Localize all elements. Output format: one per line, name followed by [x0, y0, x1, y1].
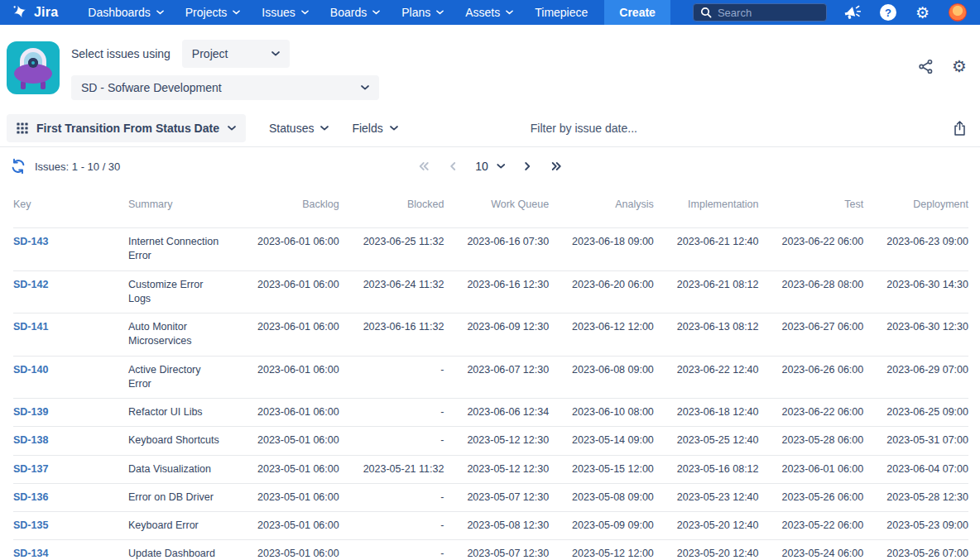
view-selector-label: First Transition From Status Date	[36, 122, 219, 135]
date-cell-test: 2023-06-22 06:00	[759, 399, 864, 427]
summary-cell: Update Dashboard Data	[128, 540, 234, 560]
summary-cell: Keyboard Error	[128, 512, 234, 540]
date-cell-work-queue: 2023-06-09 12:30	[444, 314, 549, 357]
date-cell-work-queue: 2023-05-07 12:30	[444, 540, 549, 560]
issue-key-link[interactable]: SD-138	[13, 434, 48, 446]
column-header-analysis: Analysis	[549, 185, 654, 228]
help-button[interactable]: ?	[880, 4, 896, 21]
date-cell-backlog: 2023-06-01 06:00	[234, 270, 339, 314]
date-cell-deployment: 2023-06-04 07:00	[863, 455, 968, 483]
issue-source-mode-select[interactable]: Project	[182, 40, 290, 68]
issue-key-link[interactable]: SD-136	[13, 491, 48, 503]
table-row: SD-142Customize Error Logs2023-06-01 06:…	[13, 270, 968, 314]
search-input[interactable]	[718, 7, 819, 19]
key-cell: SD-140	[13, 356, 128, 399]
date-cell-test: 2023-06-22 06:00	[759, 228, 864, 271]
chevron-down-icon	[228, 126, 236, 131]
date-cell-blocked: -	[339, 356, 444, 399]
date-cell-implementation: 2023-06-21 12:40	[654, 228, 759, 271]
chevron-down-icon	[271, 51, 280, 56]
date-cell-backlog: 2023-05-01 06:00	[234, 540, 339, 560]
profile-button[interactable]	[949, 3, 967, 22]
column-header-summary: Summary	[128, 185, 234, 228]
date-cell-blocked: -	[339, 483, 444, 511]
summary-cell: Data Visualization	[128, 455, 234, 483]
chevron-down-icon	[156, 10, 164, 15]
first-page-button[interactable]	[417, 160, 430, 172]
date-cell-test: 2023-06-27 06:00	[759, 314, 864, 357]
date-cell-implementation: 2023-05-25 12:40	[654, 427, 759, 455]
refresh-button[interactable]	[10, 158, 26, 175]
issue-key-link[interactable]: SD-142	[13, 279, 48, 290]
date-cell-deployment: 2023-06-29 07:00	[863, 356, 968, 399]
nav-item-boards[interactable]: Boards	[330, 6, 380, 19]
date-cell-blocked: -	[339, 427, 444, 455]
table-row: SD-135Keyboard Error2023-05-01 06:00-202…	[13, 512, 968, 540]
settings-button[interactable]: ⚙	[915, 5, 930, 21]
date-cell-analysis: 2023-05-12 12:00	[549, 540, 654, 560]
report-settings-button[interactable]: ⚙	[952, 58, 967, 74]
last-page-button[interactable]	[550, 160, 563, 172]
table-row: SD-139Refactor UI Libs2023-06-01 06:00-2…	[13, 399, 968, 427]
key-cell: SD-134	[13, 540, 128, 560]
chevron-down-icon	[390, 126, 398, 131]
nav-item-assets[interactable]: Assets	[465, 6, 513, 19]
create-button[interactable]: Create	[604, 0, 670, 25]
nav-item-timepiece[interactable]: Timepiece	[535, 6, 588, 19]
table-row: SD-140Active Directory Error2023-06-01 0…	[13, 356, 968, 399]
fields-filter-button[interactable]: Fields	[352, 122, 397, 135]
view-selector[interactable]: First Transition From Status Date	[7, 114, 246, 142]
issue-key-link[interactable]: SD-134	[13, 548, 48, 559]
announcements-button[interactable]	[843, 4, 861, 21]
timepiece-app-icon	[7, 41, 60, 94]
nav-search[interactable]	[693, 3, 827, 22]
nav-item-dashboards[interactable]: Dashboards	[88, 6, 164, 19]
chevron-down-icon	[497, 164, 505, 169]
date-cell-implementation: 2023-06-21 08:12	[654, 270, 759, 314]
date-cell-work-queue: 2023-06-16 07:30	[444, 228, 549, 271]
date-cell-backlog: 2023-05-01 06:00	[234, 427, 339, 455]
issue-key-link[interactable]: SD-137	[13, 463, 48, 475]
nav-item-label: Plans	[401, 6, 430, 19]
date-cell-test: 2023-05-26 06:00	[759, 483, 864, 511]
column-header-blocked: Blocked	[339, 185, 444, 228]
date-cell-implementation: 2023-05-23 12:40	[654, 483, 759, 511]
key-cell: SD-141	[13, 314, 128, 357]
issue-source-controls: Select issues using Project SD - Sofware…	[71, 38, 379, 100]
nav-item-issues[interactable]: Issues	[262, 6, 308, 19]
jira-logo[interactable]: Jira	[12, 4, 58, 21]
issue-key-link[interactable]: SD-139	[13, 406, 48, 418]
nav-item-label: Issues	[262, 6, 295, 19]
page-size-select[interactable]: 10	[475, 160, 505, 173]
summary-cell: Auto Monitor Microservices	[128, 314, 234, 357]
megaphone-icon	[843, 4, 861, 21]
date-cell-implementation: 2023-06-18 12:40	[654, 399, 759, 427]
date-cell-deployment: 2023-06-23 09:00	[863, 228, 968, 271]
column-header-key: Key	[13, 185, 128, 228]
share-button[interactable]	[918, 59, 934, 74]
issue-key-link[interactable]: SD-140	[13, 364, 48, 376]
nav-item-projects[interactable]: Projects	[185, 6, 241, 19]
issue-date-filter-input[interactable]	[531, 122, 953, 135]
previous-page-button[interactable]	[448, 160, 458, 172]
export-button[interactable]	[953, 120, 967, 136]
issue-key-link[interactable]: SD-143	[13, 236, 48, 247]
date-cell-test: 2023-05-24 06:00	[759, 540, 864, 560]
key-cell: SD-135	[13, 512, 128, 540]
project-select[interactable]: SD - Sofware Development	[71, 75, 379, 100]
date-cell-work-queue: 2023-05-08 12:30	[444, 512, 549, 540]
date-cell-implementation: 2023-05-20 12:40	[654, 512, 759, 540]
gear-icon: ⚙	[952, 58, 967, 74]
statuses-filter-button[interactable]: Statuses	[269, 122, 329, 135]
date-cell-analysis: 2023-05-08 09:00	[549, 483, 654, 511]
issue-key-link[interactable]: SD-141	[13, 321, 48, 333]
top-navigation: Jira DashboardsProjectsIssuesBoardsPlans…	[0, 0, 980, 25]
table-header-row: KeySummaryBacklogBlockedWork QueueAnalys…	[13, 185, 968, 228]
avatar	[949, 3, 967, 22]
key-cell: SD-138	[13, 427, 128, 455]
next-page-button[interactable]	[522, 160, 532, 172]
nav-item-plans[interactable]: Plans	[401, 6, 444, 19]
key-cell: SD-139	[13, 399, 128, 427]
issue-key-link[interactable]: SD-135	[13, 519, 48, 531]
date-cell-blocked: 2023-05-21 11:32	[339, 455, 444, 483]
